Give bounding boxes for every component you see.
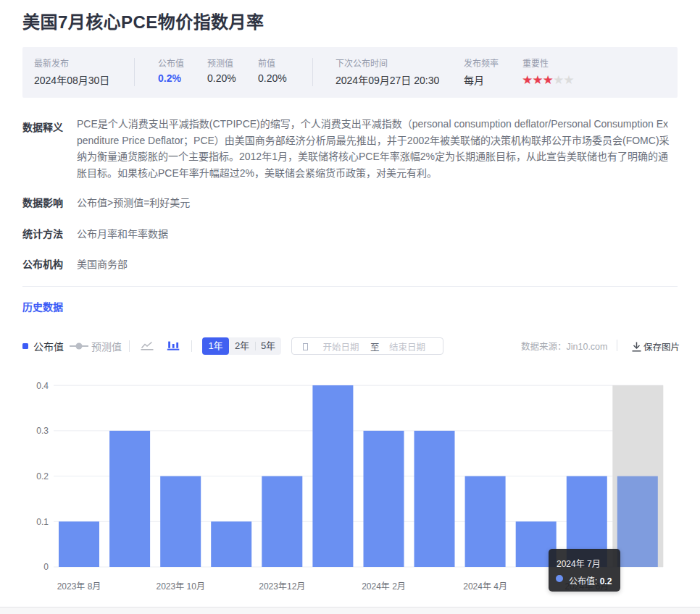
svg-text:2024年 2月: 2024年 2月 — [362, 581, 406, 592]
svg-text:0.4: 0.4 — [36, 381, 49, 391]
svg-text:0.3: 0.3 — [36, 426, 49, 436]
svg-text:2023年 10月: 2023年 10月 — [157, 581, 205, 592]
svg-text:2023年 8月: 2023年 8月 — [57, 581, 101, 592]
svg-text:0.1: 0.1 — [36, 517, 49, 527]
svg-text:0.2: 0.2 — [36, 471, 49, 481]
svg-text:0: 0 — [43, 562, 49, 572]
svg-text:2024年 4月: 2024年 4月 — [463, 581, 507, 592]
svg-text:2023年12月: 2023年12月 — [259, 581, 305, 592]
